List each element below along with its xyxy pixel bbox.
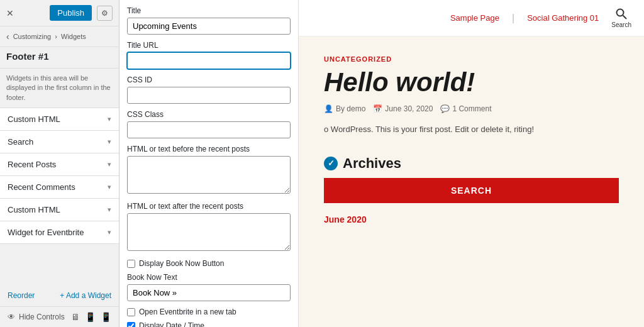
- title-url-label: Title URL: [127, 41, 291, 50]
- chevron-down-icon: ▾: [108, 183, 111, 191]
- hide-controls-label: Hide Controls: [19, 313, 65, 321]
- gear-button[interactable]: ⚙: [97, 6, 113, 21]
- widget-item-search[interactable]: Search▾: [0, 131, 119, 153]
- html-before-textarea[interactable]: [127, 156, 291, 194]
- display-book-now-row: Display Book Now Button: [127, 259, 291, 268]
- display-book-now-label: Display Book Now Button: [139, 259, 224, 268]
- title-group: Title: [127, 6, 291, 35]
- widget-item-custom-html-2[interactable]: Custom HTML▾: [0, 199, 119, 221]
- desktop-icon[interactable]: 🖥: [71, 312, 80, 322]
- widget-item-label: Recent Comments: [8, 182, 75, 192]
- css-class-group: CSS Class: [127, 110, 291, 138]
- widget-item-label: Widget for Eventbrite: [8, 228, 84, 237]
- css-class-input[interactable]: [127, 121, 291, 138]
- middle-panel: Title Title URL CSS ID CSS Class HTML or…: [119, 0, 299, 327]
- svg-point-0: [617, 9, 624, 16]
- chevron-down-icon: ▾: [108, 115, 111, 123]
- css-id-label: CSS ID: [127, 75, 291, 84]
- june-2020-link[interactable]: June 2020: [324, 214, 619, 224]
- tablet-icon[interactable]: 📱: [85, 312, 96, 322]
- publish-button[interactable]: Publish: [50, 5, 92, 21]
- post-comments: 💬 1 Comment: [440, 104, 491, 113]
- display-book-now-checkbox[interactable]: [127, 260, 135, 268]
- html-after-label: HTML or text after the recent posts: [127, 202, 291, 211]
- right-panel: Sample Page | Social Gathering 01 Search…: [299, 0, 644, 327]
- html-before-label: HTML or text before the recent posts: [127, 145, 291, 153]
- html-before-group: HTML or text before the recent posts: [127, 145, 291, 196]
- back-arrow-icon: ‹: [6, 31, 9, 42]
- open-new-tab-row: Open Eventbrite in a new tab: [127, 308, 291, 316]
- chevron-down-icon: ▾: [108, 160, 111, 169]
- social-gathering-link[interactable]: Social Gathering 01: [527, 13, 599, 23]
- reorder-link[interactable]: Reorder: [8, 291, 35, 300]
- widget-item-label: Recent Posts: [8, 160, 56, 169]
- post-excerpt: o WordPress. This is your first post. Ed…: [324, 123, 619, 136]
- nav-separator: |: [512, 13, 514, 24]
- eye-icon: 👁: [8, 313, 15, 321]
- sample-page-link[interactable]: Sample Page: [450, 13, 499, 23]
- mobile-icon[interactable]: 📱: [101, 312, 111, 322]
- search-nav[interactable]: Search: [611, 8, 631, 28]
- open-new-tab-label: Open Eventbrite in a new tab: [139, 308, 236, 316]
- footer-title: Footer #1: [0, 47, 119, 69]
- widget-description: Widgets in this area will be displayed i…: [0, 69, 119, 108]
- content-area: UNCATEGORIZED Hello world! 👤 By demo 📅 J…: [299, 36, 644, 243]
- user-icon: 👤: [324, 104, 333, 113]
- device-icons: 🖥 📱 📱: [71, 312, 111, 322]
- calendar-icon: 📅: [373, 104, 382, 113]
- chevron-down-icon: ▾: [108, 206, 111, 214]
- search-label: Search: [611, 21, 631, 28]
- display-date-checkbox[interactable]: [127, 322, 135, 328]
- back-button[interactable]: ‹ Customizing › Widgets: [0, 26, 119, 47]
- widget-item-label: Custom HTML: [8, 205, 60, 214]
- hide-controls[interactable]: 👁 Hide Controls 🖥 📱 📱: [0, 306, 119, 327]
- css-id-group: CSS ID: [127, 75, 291, 104]
- title-label: Title: [127, 6, 291, 15]
- html-after-group: HTML or text after the recent posts: [127, 202, 291, 253]
- display-date-row: Display Date / Time: [127, 321, 291, 327]
- book-now-text-group: Book Now Text: [127, 273, 291, 301]
- post-title: Hello world!: [324, 68, 619, 97]
- widget-list: Custom HTML▾Search▾Recent Posts▾Recent C…: [0, 108, 119, 285]
- css-class-label: CSS Class: [127, 110, 291, 119]
- search-icon: [615, 8, 628, 20]
- title-url-group: Title URL: [127, 41, 291, 69]
- archives-section: ✓ Archives SEARCH June 2020: [324, 155, 619, 224]
- css-id-input[interactable]: [127, 87, 291, 104]
- html-after-textarea[interactable]: [127, 213, 291, 251]
- widget-item-label: Custom HTML: [8, 114, 60, 124]
- add-widget-button[interactable]: + Add a Widget: [60, 291, 111, 300]
- top-bar: ✕ Publish ⚙: [0, 0, 119, 26]
- category-tag[interactable]: UNCATEGORIZED: [324, 55, 619, 63]
- search-button[interactable]: SEARCH: [324, 178, 619, 203]
- chevron-down-icon: ▾: [108, 138, 111, 146]
- svg-line-1: [623, 16, 627, 19]
- widget-actions: Reorder + Add a Widget: [0, 285, 119, 306]
- archives-badge-icon: ✓: [324, 157, 338, 170]
- title-url-input[interactable]: [127, 52, 291, 69]
- open-new-tab-checkbox[interactable]: [127, 308, 135, 316]
- book-now-text-label: Book Now Text: [127, 273, 291, 282]
- left-panel: ✕ Publish ⚙ ‹ Customizing › Widgets Foot…: [0, 0, 119, 327]
- widget-item-label: Search: [8, 137, 33, 147]
- archives-heading: Archives: [343, 155, 401, 172]
- post-author: 👤 By demo: [324, 104, 365, 113]
- widget-item-recent-posts[interactable]: Recent Posts▾: [0, 153, 119, 176]
- widget-item-custom-html-1[interactable]: Custom HTML▾: [0, 108, 119, 131]
- close-icon[interactable]: ✕: [6, 8, 14, 18]
- widget-item-recent-comments[interactable]: Recent Comments▾: [0, 176, 119, 199]
- post-meta: 👤 By demo 📅 June 30, 2020 💬 1 Comment: [324, 104, 619, 113]
- display-date-label: Display Date / Time: [139, 321, 204, 327]
- archives-title-row: ✓ Archives: [324, 155, 619, 172]
- title-input[interactable]: [127, 18, 291, 35]
- chevron-down-icon: ▾: [108, 228, 111, 236]
- book-now-text-input[interactable]: [127, 284, 291, 301]
- comment-icon: 💬: [440, 104, 450, 113]
- site-header: Sample Page | Social Gathering 01 Search: [299, 0, 644, 36]
- breadcrumb: Customizing › Widgets: [13, 33, 86, 40]
- widget-item-widget-eventbrite[interactable]: Widget for Eventbrite▾: [0, 221, 119, 244]
- post-date: 📅 June 30, 2020: [373, 104, 433, 113]
